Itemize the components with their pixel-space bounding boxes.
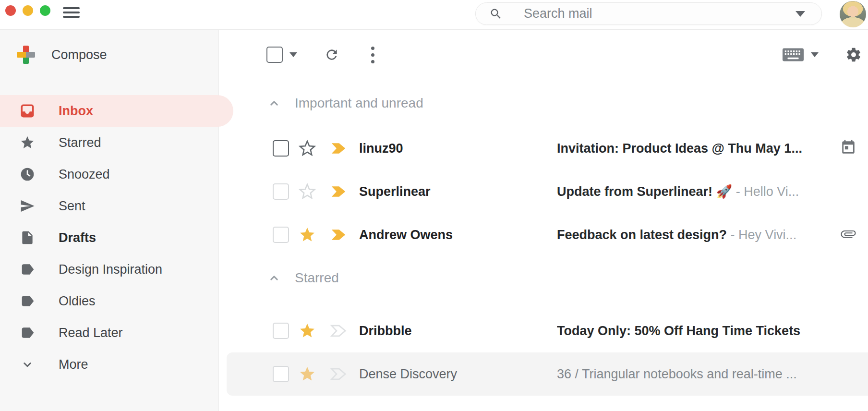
chevron-down-icon <box>19 356 36 373</box>
sidebar-item-more[interactable]: More <box>0 349 218 380</box>
traffic-lights <box>5 5 50 16</box>
email-checkbox[interactable] <box>273 227 289 243</box>
sidebar-item-label: Inbox <box>59 104 93 119</box>
topbar <box>0 0 868 30</box>
list-toolbar <box>219 37 868 72</box>
zoom-button[interactable] <box>40 5 50 16</box>
section-title: Starred <box>295 270 339 286</box>
email-sender: Dense Discovery <box>359 367 551 382</box>
star-icon[interactable] <box>299 365 316 383</box>
gmail-window: Compose Inbox Starred <box>0 0 868 411</box>
star-icon[interactable] <box>299 183 316 200</box>
sidebar-item-drafts[interactable]: Drafts <box>0 222 218 254</box>
compose-button[interactable]: Compose <box>0 30 218 80</box>
email-trailing-slot <box>835 139 856 157</box>
importance-marker-icon[interactable] <box>329 139 348 157</box>
input-tools-dropdown-icon[interactable] <box>811 52 819 57</box>
sidebar-item-label: More <box>59 357 88 372</box>
sidebar-item-read-later[interactable]: Read Later <box>0 317 218 349</box>
select-dropdown-icon[interactable] <box>289 52 297 57</box>
sidebar-item-label: Drafts <box>59 230 96 245</box>
search-input[interactable] <box>523 6 790 22</box>
sidebar-item-sent[interactable]: Sent <box>0 190 218 222</box>
inbox-icon <box>19 103 36 119</box>
keyboard-input-tools-icon[interactable] <box>782 47 804 62</box>
email-list-important: linuz90 Invitation: Product Ideas @ Thu … <box>219 127 868 256</box>
email-row[interactable]: Dense Discovery 36 / Triangular notebook… <box>227 352 868 396</box>
email-checkbox[interactable] <box>273 366 289 382</box>
close-button[interactable] <box>5 5 16 16</box>
file-icon <box>19 230 36 246</box>
email-row[interactable]: Superlinear Update from Superlinear! 🚀 -… <box>227 170 868 213</box>
sidebar: Compose Inbox Starred <box>0 30 219 411</box>
section-header-starred: Starred <box>219 256 868 300</box>
email-subject: Feedback on latest design? - Hey Vivi... <box>557 228 835 242</box>
sidebar-item-inbox[interactable]: Inbox <box>0 95 233 127</box>
email-checkbox[interactable] <box>273 140 289 157</box>
star-icon[interactable] <box>299 226 316 243</box>
compose-plus-icon <box>17 46 35 64</box>
email-checkbox[interactable] <box>273 183 289 200</box>
search-bar[interactable] <box>475 2 822 25</box>
email-sender: Andrew Owens <box>359 228 551 242</box>
settings-gear-icon[interactable] <box>845 47 862 63</box>
email-subject: Today Only: 50% Off Hang Time Tickets <box>557 324 835 338</box>
search-dropdown-icon[interactable] <box>796 11 805 17</box>
star-icon[interactable] <box>299 322 316 339</box>
sidebar-item-label: Oldies <box>59 294 96 309</box>
chevron-up-icon[interactable] <box>267 96 281 110</box>
section-header-important-unread: Important and unread <box>219 86 868 120</box>
send-icon <box>19 198 36 214</box>
star-icon[interactable] <box>299 140 316 157</box>
email-sender: linuz90 <box>359 141 551 156</box>
avatar[interactable] <box>840 1 866 27</box>
sidebar-item-label: Starred <box>59 135 101 150</box>
content: Compose Inbox Starred <box>0 30 868 411</box>
email-subject: 36 / Triangular notebooks and real-time … <box>557 367 835 382</box>
importance-marker-icon[interactable] <box>329 365 348 383</box>
email-trailing-slot <box>835 226 856 244</box>
sidebar-item-snoozed[interactable]: Snoozed <box>0 158 218 190</box>
section-title: Important and unread <box>295 96 423 111</box>
label-icon <box>19 261 36 278</box>
calendar-icon <box>840 139 856 157</box>
email-subject: Update from Superlinear! 🚀 - Hello Vi... <box>557 184 835 199</box>
select-all-checkbox[interactable] <box>266 47 283 63</box>
email-row[interactable]: Andrew Owens Feedback on latest design? … <box>227 213 868 256</box>
email-row[interactable]: linuz90 Invitation: Product Ideas @ Thu … <box>227 127 868 170</box>
importance-marker-icon[interactable] <box>329 182 348 201</box>
email-sender: Superlinear <box>359 184 551 199</box>
email-subject: Invitation: Product Ideas @ Thu May 1... <box>557 141 835 156</box>
search-icon <box>489 7 503 21</box>
sidebar-item-oldies[interactable]: Oldies <box>0 285 218 317</box>
refresh-icon[interactable] <box>324 47 339 62</box>
importance-marker-icon[interactable] <box>329 226 348 244</box>
star-icon <box>19 134 36 151</box>
chevron-up-icon[interactable] <box>267 271 281 285</box>
email-list-starred: Dribbble Today Only: 50% Off Hang Time T… <box>219 309 868 396</box>
label-icon <box>19 325 36 341</box>
menu-icon[interactable] <box>63 7 80 20</box>
email-sender: Dribbble <box>359 324 551 338</box>
sidebar-item-starred[interactable]: Starred <box>0 127 218 158</box>
sidebar-nav: Inbox Starred Snoozed <box>0 95 218 380</box>
sidebar-item-label: Snoozed <box>59 167 110 182</box>
clock-icon <box>19 166 36 182</box>
sidebar-item-label: Sent <box>59 199 85 214</box>
more-options-icon[interactable] <box>371 47 374 63</box>
label-icon <box>19 293 36 309</box>
compose-label: Compose <box>51 48 107 62</box>
sidebar-item-label: Design Inspiration <box>59 262 162 277</box>
sidebar-item-label: Read Later <box>59 326 123 340</box>
sidebar-item-design-inspiration[interactable]: Design Inspiration <box>0 254 218 285</box>
email-checkbox[interactable] <box>273 323 289 339</box>
mail-list-pane: Important and unread linuz90 Invitation:… <box>219 30 868 411</box>
importance-marker-icon[interactable] <box>329 322 348 340</box>
paperclip-icon <box>840 226 856 244</box>
minimize-button[interactable] <box>23 5 33 16</box>
email-row[interactable]: Dribbble Today Only: 50% Off Hang Time T… <box>227 309 868 352</box>
